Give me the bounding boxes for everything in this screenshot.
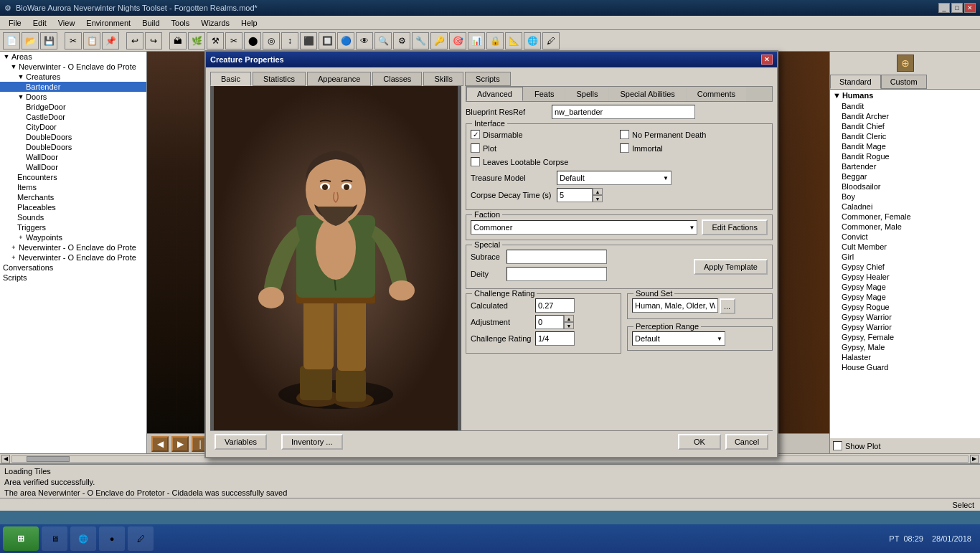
show-plot-checkbox[interactable] [833,441,842,450]
rp-item-7[interactable]: Beggar [830,171,980,181]
tree-item-waypoints[interactable]: + Waypoints [0,232,146,242]
rp-item-6[interactable]: Bartender [830,161,980,171]
rp-item-10[interactable]: Caladnei [830,202,980,212]
taskbar-app2[interactable]: 🌐 [70,526,96,551]
rp-section-humans[interactable]: ▼ Humans [830,90,980,101]
tree-item-bridgedoor[interactable]: BridgeDoor [0,102,146,112]
tool-b7[interactable]: ↕ [281,32,298,49]
subrace-input[interactable] [507,250,607,264]
menu-view[interactable]: View [52,17,81,29]
tool-b6[interactable]: ◎ [263,32,280,49]
adjustment-down[interactable]: ▼ [564,322,574,329]
tool-open[interactable]: 📂 [22,32,39,49]
immortal-checkbox[interactable] [620,143,629,153]
rp-item-15[interactable]: Girl [830,252,980,262]
tool-b17[interactable]: 📊 [468,32,485,49]
tool-b1[interactable]: 🏔 [169,32,187,49]
rp-item-2[interactable]: Bandit Chief [830,121,980,131]
rp-item-11[interactable]: Commoner, Female [830,212,980,222]
corpse-decay-input[interactable] [557,188,593,202]
tree-item-merchants[interactable]: Merchants [0,192,146,202]
menu-wizards[interactable]: Wizards [195,17,235,29]
tree-item-doubledoors1[interactable]: DoubleDoors [0,132,146,142]
adjustment-input[interactable] [535,315,564,329]
rp-item-26[interactable]: House Guard [830,362,980,372]
treasure-model-dropdown[interactable]: Default ▼ [557,171,672,185]
tree-expand-doors[interactable]: ▼ [17,93,24,100]
tool-b15[interactable]: 🔑 [430,32,448,49]
rp-item-20[interactable]: Gypsy Rogue [830,302,980,312]
tree-item-doubledoors2[interactable]: DoubleDoors [0,142,146,152]
tool-new[interactable]: 📄 [3,32,20,49]
rp-item-3[interactable]: Bandit Cleric [830,131,980,141]
tool-copy[interactable]: 📋 [83,32,100,49]
tab-scripts[interactable]: Scripts [465,72,511,86]
tree-item-walldoor2[interactable]: WallDoor [0,162,146,172]
menu-help[interactable]: Help [235,17,263,29]
rp-item-21[interactable]: Gypsy Warrior [830,312,980,322]
sound-set-browse-btn[interactable]: ... [720,298,735,314]
rp-item-14[interactable]: Cult Member [830,242,980,252]
tool-b10[interactable]: 🔵 [337,32,354,49]
tree-item-citydoor[interactable]: CityDoor [0,122,146,132]
tree-root-areas[interactable]: ▼ Areas [0,52,146,62]
tool-b20[interactable]: 🌐 [524,32,541,49]
disarmable-checkbox[interactable] [471,130,480,139]
tree-item-items[interactable]: Items [0,182,146,192]
rp-item-23[interactable]: Gypsy, Female [830,332,980,342]
rp-item-12[interactable]: Commoner, Male [830,222,980,232]
tree-item-nw3[interactable]: + Neverwinter - O Enclave do Prote [0,252,146,263]
taskbar-app4[interactable]: 🖊 [128,526,154,551]
variables-btn[interactable]: Variables [215,434,267,450]
minimize-btn[interactable]: _ [938,3,950,13]
tool-b4[interactable]: ✂ [225,32,242,49]
rp-item-17[interactable]: Gypsy Healer [830,272,980,282]
ok-btn[interactable]: OK [678,434,721,450]
rp-item-19[interactable]: Gypsy Mage [830,292,980,302]
rp-item-4[interactable]: Bandit Mage [830,141,980,151]
scroll-left-btn[interactable]: ◀ [1,455,10,463]
rp-item-22[interactable]: Gypsy Warrior [830,322,980,332]
sound-set-input[interactable] [632,298,718,313]
tree-expand-nw3[interactable]: + [10,254,17,261]
perception-range-dropdown[interactable]: Default ▼ [632,331,725,346]
tool-b21[interactable]: 🖊 [542,32,560,49]
tool-b2[interactable]: 🌿 [188,32,205,49]
tool-paste[interactable]: 📌 [102,32,119,49]
tree-item-bartender[interactable]: Bartender [0,82,146,92]
leaves-lootable-checkbox[interactable] [471,157,480,166]
deity-input[interactable] [507,267,607,281]
calculated-input[interactable] [535,298,575,313]
tree-item-triggers[interactable]: Triggers [0,222,146,232]
tree-item-encounters[interactable]: Encounters [0,172,146,182]
tree-item-nw2[interactable]: + Neverwinter - O Enclave do Prote [0,242,146,252]
tab-skills[interactable]: Skills [423,72,463,86]
tool-b12[interactable]: 🔍 [374,32,392,49]
subtab-feats[interactable]: Feats [524,87,565,101]
blueprint-resref-input[interactable] [552,105,695,119]
tree-item-conversations[interactable]: Conversations [0,263,146,273]
tab-statistics[interactable]: Statistics [253,72,306,86]
subtab-comments[interactable]: Comments [687,87,746,101]
tab-basic[interactable]: Basic [210,72,251,86]
menu-tools[interactable]: Tools [166,17,196,29]
cancel-btn[interactable]: Cancel [725,434,768,450]
apply-template-btn[interactable]: Apply Template [694,259,768,275]
tree-item-walldoor1[interactable]: WallDoor [0,152,146,162]
rp-item-0[interactable]: Bandit [830,101,980,111]
corpse-decay-down[interactable]: ▼ [593,195,603,202]
tool-undo[interactable]: ↩ [126,32,143,49]
tree-expand-waypoints[interactable]: + [17,234,24,241]
rp-item-8[interactable]: Bloodsailor [830,181,980,192]
tool-b16[interactable]: 🎯 [449,32,466,49]
subtab-spells[interactable]: Spells [565,87,608,101]
subtab-advanced[interactable]: Advanced [466,87,523,101]
menu-file[interactable]: File [3,17,27,29]
rp-item-9[interactable]: Boy [830,192,980,202]
rp-item-25[interactable]: Halaster [830,352,980,362]
taskbar-app1[interactable]: 🖥 [42,526,67,551]
tree-item-sounds[interactable]: Sounds [0,212,146,222]
rp-item-13[interactable]: Convict [830,232,980,242]
plot-checkbox[interactable] [471,143,480,153]
tab-classes[interactable]: Classes [372,72,422,86]
